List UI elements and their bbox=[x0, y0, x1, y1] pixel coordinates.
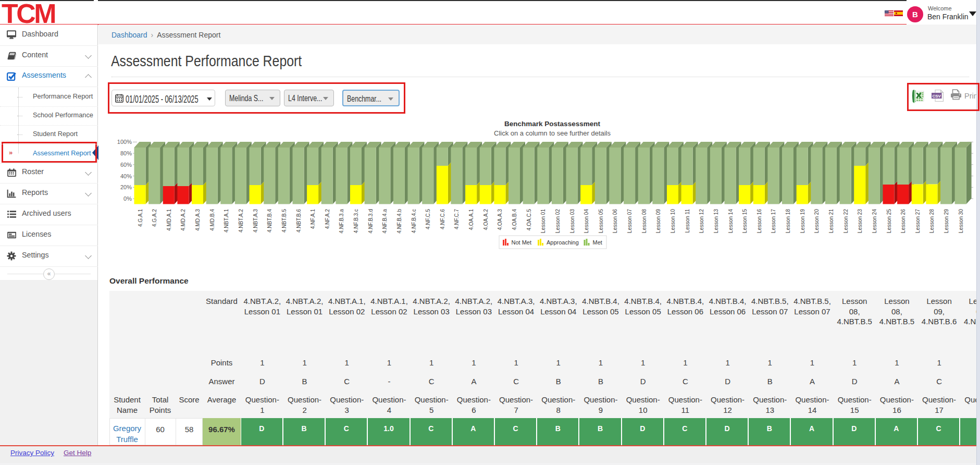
svg-text:Lesson 13: Lesson 13 bbox=[713, 209, 719, 234]
svg-text:Approaching: Approaching bbox=[547, 239, 579, 246]
svg-text:Lesson 11: Lesson 11 bbox=[685, 209, 690, 233]
svg-text:Lesson 21: Lesson 21 bbox=[828, 209, 834, 234]
svg-text:Lesson 04: Lesson 04 bbox=[584, 209, 589, 234]
svg-text:4.OA.A.3: 4.OA.A.3 bbox=[497, 209, 503, 230]
svg-text:Lesson 15: Lesson 15 bbox=[742, 209, 748, 234]
svg-text:100%: 100% bbox=[117, 139, 132, 145]
svg-text:Lesson 30: Lesson 30 bbox=[958, 209, 964, 234]
svg-text:Met: Met bbox=[593, 239, 602, 246]
svg-text:4.MD.A.2: 4.MD.A.2 bbox=[180, 209, 186, 231]
svg-text:Lesson 14: Lesson 14 bbox=[728, 209, 734, 234]
svg-text:4.NF.B.3.c: 4.NF.B.3.c bbox=[353, 209, 359, 233]
svg-text:4.NBT.B.6: 4.NBT.B.6 bbox=[296, 209, 302, 232]
svg-text:4.NBT.B.4: 4.NBT.B.4 bbox=[267, 209, 272, 232]
svg-text:Lesson 09: Lesson 09 bbox=[655, 209, 661, 234]
svg-text:Lesson 28: Lesson 28 bbox=[929, 209, 935, 234]
svg-text:Lesson 01: Lesson 01 bbox=[540, 209, 546, 234]
svg-text:4.NBT.A.2: 4.NBT.A.2 bbox=[238, 209, 244, 232]
svg-text:Lesson 23: Lesson 23 bbox=[857, 209, 863, 234]
svg-text:4.NF.B.3.a: 4.NF.B.3.a bbox=[339, 209, 344, 234]
svg-text:Lesson 20: Lesson 20 bbox=[814, 209, 820, 234]
svg-text:Lesson 05: Lesson 05 bbox=[598, 209, 604, 234]
svg-text:Lesson 18: Lesson 18 bbox=[785, 209, 791, 234]
svg-text:Lesson 10: Lesson 10 bbox=[670, 209, 676, 234]
svg-text:4.NBT.A.3: 4.NBT.A.3 bbox=[253, 209, 258, 232]
svg-text:4.MD.A.1: 4.MD.A.1 bbox=[166, 209, 172, 231]
svg-text:80%: 80% bbox=[120, 150, 132, 156]
svg-text:Lesson 08: Lesson 08 bbox=[641, 209, 647, 234]
svg-text:Click on a column to see furth: Click on a column to see further details bbox=[494, 129, 611, 137]
svg-text:Lesson 27: Lesson 27 bbox=[915, 209, 921, 234]
svg-text:4.NBT.A.1: 4.NBT.A.1 bbox=[224, 209, 229, 232]
svg-text:Lesson 29: Lesson 29 bbox=[944, 209, 949, 234]
svg-text:Not Met: Not Met bbox=[512, 239, 532, 246]
svg-text:Benchmark Postassessment: Benchmark Postassessment bbox=[504, 120, 600, 128]
svg-text:4.MD.B.4: 4.MD.B.4 bbox=[209, 209, 215, 231]
svg-text:Lesson 06: Lesson 06 bbox=[612, 209, 618, 234]
svg-text:4.G.A.2: 4.G.A.2 bbox=[152, 209, 157, 227]
svg-text:4.NF.B.4.a: 4.NF.B.4.a bbox=[382, 209, 388, 234]
svg-text:4.NF.B.3.d: 4.NF.B.3.d bbox=[368, 209, 374, 234]
svg-text:40%: 40% bbox=[120, 173, 132, 179]
svg-text:Lesson 22: Lesson 22 bbox=[843, 209, 849, 234]
svg-text:Lesson 12: Lesson 12 bbox=[699, 209, 704, 234]
svg-text:Lesson 02: Lesson 02 bbox=[555, 209, 561, 234]
svg-text:4.OA.B.4: 4.OA.B.4 bbox=[512, 209, 517, 230]
svg-text:4.NF.A.1: 4.NF.A.1 bbox=[310, 209, 316, 229]
svg-text:Lesson 07: Lesson 07 bbox=[627, 209, 632, 234]
svg-text:4.NF.C.5: 4.NF.C.5 bbox=[425, 209, 431, 229]
svg-text:60%: 60% bbox=[120, 162, 132, 168]
svg-text:Lesson 16: Lesson 16 bbox=[756, 209, 762, 234]
svg-text:4.OA.A.2: 4.OA.A.2 bbox=[483, 209, 489, 230]
svg-text:20%: 20% bbox=[120, 184, 132, 190]
svg-text:4.OA.C.5: 4.OA.C.5 bbox=[526, 209, 532, 231]
svg-text:4.NF.B.4.c: 4.NF.B.4.c bbox=[411, 209, 417, 233]
svg-text:4.NF.B.4.b: 4.NF.B.4.b bbox=[396, 209, 402, 234]
svg-text:4.NF.C.6: 4.NF.C.6 bbox=[440, 209, 445, 229]
svg-text:Lesson 24: Lesson 24 bbox=[872, 209, 877, 234]
svg-text:0%: 0% bbox=[123, 195, 132, 202]
svg-text:4.NBT.B.5: 4.NBT.B.5 bbox=[281, 209, 287, 232]
svg-text:Lesson 26: Lesson 26 bbox=[900, 209, 906, 234]
svg-text:4.G.A.1: 4.G.A.1 bbox=[138, 209, 143, 227]
svg-text:4.NF.A.2: 4.NF.A.2 bbox=[325, 209, 330, 229]
svg-text:Lesson 17: Lesson 17 bbox=[771, 209, 776, 234]
svg-text:4.NF.C.7: 4.NF.C.7 bbox=[454, 209, 460, 229]
svg-text:4.MD.A.3: 4.MD.A.3 bbox=[195, 209, 201, 231]
svg-text:Lesson 03: Lesson 03 bbox=[569, 209, 575, 234]
svg-text:Lesson 25: Lesson 25 bbox=[886, 209, 892, 234]
svg-text:4.OA.A.1: 4.OA.A.1 bbox=[468, 209, 474, 230]
svg-text:Lesson 19: Lesson 19 bbox=[800, 209, 805, 234]
